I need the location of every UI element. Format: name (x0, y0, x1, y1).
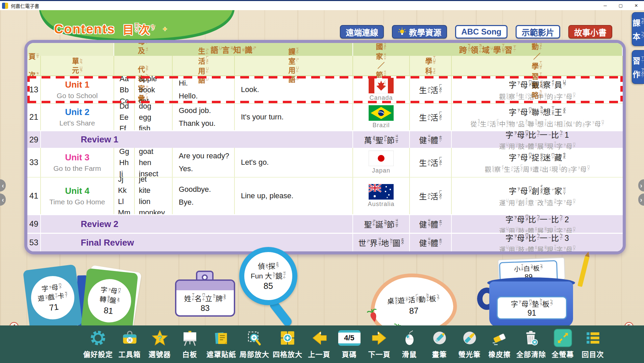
story-book-button[interactable]: 故事小書 (568, 25, 612, 39)
remote-connection-button[interactable]: 遠端連線 (340, 25, 384, 39)
unit2-country-cell: Brazil (353, 103, 410, 130)
unit1-title: Unit 1 (65, 80, 89, 90)
row-final-review-page: 53 (27, 233, 41, 251)
toolbar-eraser[interactable]: 橡皮擦 (486, 328, 513, 359)
maximize-icon[interactable]: ▢ (613, 1, 628, 10)
pencil-icon (577, 256, 590, 287)
review2-label-cell[interactable]: Review 2 (41, 214, 353, 233)
toolbar-pen[interactable]: 畫筆 (426, 328, 453, 359)
brazil-flag-icon (369, 105, 394, 121)
unit2-activity-cell: 字ㄗˋ母ㄇㄨˇ聯ㄌㄧㄢˊ想ㄒㄧㄤˇ王ㄨㄤˊ 從ㄘㄨㄥˊ生ㄕㄥ活ㄏㄨㄛˊ中ㄓㄨㄥ物… (452, 103, 623, 130)
unit1-classroom-phrases: Look. (235, 76, 353, 103)
toolbar-quad-zoom[interactable]: 四格放大 (273, 328, 302, 359)
toolbar-mask-stickers[interactable]: 遮罩貼紙 (206, 328, 236, 359)
minimize-icon[interactable]: ─ (597, 1, 613, 10)
page-indicator[interactable]: 4/5 (338, 330, 361, 346)
highlighter-icon (461, 328, 478, 347)
bottom-toolbar: 偏好設定 工具箱 ? 選號器 白板 遮罩貼紙 (0, 325, 644, 363)
teaching-resources-button[interactable]: 教學資源 (392, 25, 447, 39)
supplies-basket[interactable]: 小ㄒㄧㄠˇ白ㄅㄞˊ板ㄅㄢˇ 89 字ㄗˋ母ㄇㄨˇ墊ㄉㄧㄢˋ板ㄅㄢˇ 91 (484, 259, 589, 325)
remote-connection-label: 遠端連線 (346, 26, 378, 38)
row-unit2-title-cell[interactable]: Unit 2 Let's Share (41, 103, 114, 130)
unit3-subject: 生ㄕㄥ活ㄏㄨㄛˊ (410, 148, 452, 177)
japan-flag-icon (369, 151, 394, 166)
page-marker-right: 5 (624, 322, 634, 325)
toolbar-whiteboard[interactable]: 白板 (176, 328, 203, 359)
mouse-icon (401, 328, 418, 347)
final-review-festival: 世ㄕˋ界ㄐㄧㄝˋ地ㄉㄧˋ圖ㄊㄨˊ (353, 233, 410, 251)
clear-all-trash-icon (523, 328, 540, 347)
australia-flag-icon (369, 184, 394, 200)
unit2-classroom-phrases: It's your turn. (235, 103, 353, 130)
toolbar-prev-page[interactable]: 上一頁 (306, 328, 332, 359)
toolbar-toolbox[interactable]: 工具箱 (116, 328, 143, 359)
detective-magnifier[interactable]: 偵ㄓㄣ探ㄊㄢˋFun 大ㄉㄚˋ鏡ㄐㄧㄥˋ 85 (237, 247, 304, 325)
row-unit1-title-cell[interactable]: Unit 1 Go to School (41, 76, 114, 103)
unit4-activity-title: 字ㄗˋ母ㄇㄨˇ創ㄔㄨㄤˋ意ㄧˋ家ㄐㄧㄚ (509, 185, 566, 196)
letter-pad-card[interactable]: 字ㄗˋ母ㄇㄨˇ墊ㄉㄧㄢˋ板ㄅㄢˇ 91 (497, 296, 567, 319)
unit1-subtitle: Go to School (57, 92, 98, 100)
demo-video-label: 示範影片 (522, 26, 554, 38)
letter-pad-page: 91 (527, 309, 536, 318)
toolbar-next-page[interactable]: 下一頁 (366, 328, 393, 359)
game-activity-board[interactable]: 桌ㄓㄨㄛ遊ㄧㄡˊ活ㄏㄨㄛˊ動ㄉㄨㄥˋ板ㄅㄢˇ 87 (370, 273, 457, 325)
contents-title-en: Contents (54, 22, 115, 37)
small-whiteboard-label: 小ㄒㄧㄠˇ白ㄅㄞˊ板ㄅㄢˇ (514, 263, 543, 273)
final-review-label-cell[interactable]: Final Review (41, 233, 353, 251)
prev-arrow-icon (310, 328, 328, 347)
prev-page-edge-arrow[interactable]: ‹ (0, 179, 6, 191)
letter-pad-label: 字ㄗˋ母ㄇㄨˇ墊ㄉㄧㄢˋ板ㄅㄢˇ (511, 298, 553, 309)
toolbar-partial-zoom[interactable]: 局部放大 (240, 328, 269, 359)
unit2-life-phrases: Good job. Thank you. (173, 103, 235, 130)
toolbar-preferences[interactable]: 偏好設定 (83, 328, 113, 359)
unit3-country-cell: Japan (353, 148, 410, 177)
demo-video-button[interactable]: 示範影片 (516, 25, 560, 39)
book-right-page[interactable]: 字ㄗˋ母ㄇㄨˇ轉ㄓㄨㄢˇ盤ㄆㄢˊ 81 (81, 268, 138, 325)
unit2-activity-title: 字ㄗˋ母ㄇㄨˇ聯ㄌㄧㄢˊ想ㄒㄧㄤˇ王ㄨㄤˊ (509, 106, 566, 117)
whiteboard-icon (181, 328, 198, 347)
book-left-page[interactable]: 字ㄗˋ母ㄇㄨˇ遊ㄧㄡˊ戲ㄒㄧˋ卡ㄎㄚˇ 71 (23, 264, 83, 325)
review1-label-cell[interactable]: Review 1 (41, 130, 353, 148)
review2-activity-title: 字ㄗˋ母ㄇㄨˇ比ㄅㄧˇ一ㄧ比ㄅㄧˇ 2 (505, 213, 569, 225)
toolbar-clear-all[interactable]: 全部清除 (516, 328, 546, 359)
story-book-label: 故事小書 (574, 26, 606, 38)
letter-cards-book[interactable]: 字ㄗˋ母ㄇㄨˇ遊ㄧㄡˊ戲ㄒㄧˋ卡ㄎㄚˇ 71 字ㄗˋ母ㄇㄨˇ轉ㄓㄨㄢˇ盤ㄆㄢˊ … (26, 261, 141, 325)
app-logo-icon (2, 3, 8, 9)
abc-song-label: ABC Song (461, 27, 501, 37)
next-page-edge-arrow[interactable]: › (638, 194, 644, 206)
toolbar-fullscreen[interactable]: 全螢幕 (549, 328, 576, 359)
row-unit2-page: 21 (27, 103, 41, 130)
name-stand-body: 姓ㄒㄧㄥˋ名ㄇㄧㄥˊ立ㄌㄧˋ牌ㄆㄞˊ 83 (175, 279, 235, 317)
unit4-title: Unit 4 (65, 186, 89, 196)
toolbar-page-number[interactable]: 4/5 頁碼 (336, 328, 363, 359)
unit1-life-phrases: Hi. Hello. (173, 76, 235, 103)
row-unit3-title-cell[interactable]: Unit 3 Go to the Farm (41, 148, 114, 177)
review2-festival: 聖ㄕㄥˋ誕ㄉㄢˋ節ㄐㄧㄝˊ (353, 214, 410, 233)
toolbar-back-to-contents[interactable]: 回目次 (579, 328, 606, 359)
unit2-title: Unit 2 (65, 107, 89, 117)
abc-song-button[interactable]: ABC Song (455, 25, 507, 39)
unit4-classroom-phrases: Line up, please. (235, 177, 353, 214)
letter-spinner-label: 字ㄗˋ母ㄇㄨˇ轉ㄓㄨㄢˇ盤ㄆㄢˊ (99, 285, 121, 306)
detective-fun-page: 85 (264, 281, 273, 291)
unit2-country-name: Brazil (372, 122, 390, 129)
close-icon[interactable]: ✕ (628, 1, 644, 10)
toolbar-number-picker[interactable]: ? 選號器 (146, 328, 173, 359)
next-page-edge-arrow[interactable]: › (638, 179, 644, 191)
tab-textbook[interactable]: 課ㄎㄜˋ本ㄅㄣˇ (632, 12, 644, 46)
unit4-country-cell: Australia (353, 177, 410, 214)
toolbar-highlighter[interactable]: 螢光筆 (456, 328, 483, 359)
letter-spinner-page: 81 (103, 305, 114, 316)
name-stand[interactable]: 姓ㄒㄧㄥˋ名ㄇㄧㄥˊ立ㄌㄧˋ牌ㄆㄞˊ 83 (175, 279, 235, 317)
row-unit4-title-cell[interactable]: Unit 4 Time to Go Home (41, 177, 114, 214)
prev-page-edge-arrow[interactable]: ‹ (0, 194, 6, 206)
unit4-life-phrases: Goodbye. Bye. (173, 177, 235, 214)
review1-subject: 健ㄐㄧㄢˋ體ㄊㄧˇ (410, 130, 452, 148)
toolbar-mouse[interactable]: 滑鼠 (396, 328, 423, 359)
group-header-cross-domain: 跨ㄎㄨㄚˋ領ㄌㄧㄥˇ域ㄩˋ學ㄒㄩㄝˊ習ㄒㄧˊ (353, 43, 623, 56)
banner-title: Contents 目ㄇㄨˋ次ㄘˋ ✦ (54, 21, 168, 37)
tab-workbook[interactable]: 習ㄒㄧˊ作ㄗㄨㄛˋ (632, 50, 644, 84)
unit4-activity-cell: 字ㄗˋ母ㄇㄨˇ創ㄔㄨㄤˋ意ㄧˋ家ㄐㄧㄚ 運ㄩㄣˋ用ㄩㄥˋ創ㄔㄨㄤˋ意ㄧˋ改ㄍㄞˇ… (452, 177, 623, 214)
quad-zoom-icon (279, 328, 296, 347)
fullscreen-icon (554, 329, 572, 347)
